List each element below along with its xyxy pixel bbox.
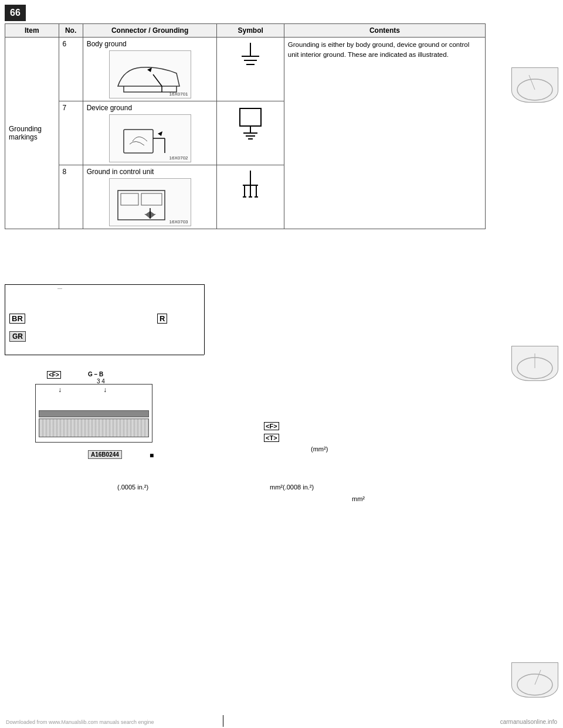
svg-line-0 (153, 74, 162, 86)
svg-marker-10 (158, 131, 162, 136)
thumb-svg-2 (514, 348, 555, 380)
col-header-no: No. (59, 24, 83, 38)
wire-diagram-section: BR R GR — (5, 284, 486, 378)
small-bullet: ■ (150, 451, 154, 460)
device-ground-svg (112, 121, 188, 161)
right-vert-line (204, 284, 205, 355)
diagram-device-ground: 16X0702 (109, 114, 191, 162)
footer-download-text: Downloaded from www.Manualslib.com manua… (6, 719, 154, 725)
contents-cell: Grounding is either by body ground, devi… (284, 38, 485, 229)
box-arrow-2: ↓ (103, 386, 107, 394)
table-row: Grounding markings 6 Body ground (5, 38, 486, 101)
no-cell-8: 8 (59, 165, 83, 229)
left-vert-line (5, 284, 5, 355)
col-header-item: Item (5, 24, 59, 38)
thumb-svg-1 (514, 69, 555, 101)
diagram-code-6: 16X0701 (169, 91, 188, 97)
diagram-body-ground: 16X0701 (109, 50, 191, 98)
gr-label: GR (9, 331, 26, 342)
connector-cell-7: Device ground 16X0702 (83, 101, 217, 165)
wire-f-label: <F> (47, 371, 61, 379)
page-number: 66 (5, 5, 26, 21)
body-ground-symbol (236, 40, 265, 75)
svg-rect-11 (240, 108, 261, 126)
bottom-line-wire (5, 355, 204, 355)
code-label: A16B0244 (88, 450, 122, 459)
wire-section-box: ↓ ↓ (35, 384, 152, 443)
col-header-symbol: Symbol (217, 24, 284, 38)
wire-cross-section-area: <F> G – B 3 4 ↓ ↓ ↓ ↓ (35, 384, 152, 443)
device-ground-symbol (233, 104, 268, 142)
diagram-code-8: 16X0703 (169, 219, 188, 224)
main-table: Item No. Connector / Grounding Symbol Co… (5, 23, 486, 229)
svg-line-30 (529, 75, 535, 90)
thumb-svg-3 (514, 664, 555, 696)
no-cell-6: 6 (59, 38, 83, 101)
footer-watermark: carmanualsonline.info (500, 719, 557, 725)
symbol-cell-6 (217, 38, 284, 101)
svg-marker-20 (144, 211, 156, 219)
formula-line-3: mm² (352, 495, 365, 502)
r-label: R (157, 314, 167, 324)
diagram-code-7: 16X0702 (169, 155, 188, 161)
symbol-cell-7 (217, 101, 284, 165)
box-arrow-1: ↓ (58, 386, 62, 394)
svg-rect-18 (141, 193, 162, 205)
connector-cell-6: Body ground 16X0701 (83, 38, 217, 101)
col-header-contents: Contents (284, 24, 485, 38)
body-ground-svg (112, 57, 188, 97)
symbol-cell-8 (217, 165, 284, 229)
label-f-right: <F> (264, 422, 279, 430)
connector-cell-8: Ground in control unit 16X0703 (83, 165, 217, 229)
right-thumbnail-3 (511, 662, 558, 698)
svg-marker-2 (147, 67, 152, 72)
svg-rect-7 (124, 130, 153, 153)
item-cell: Grounding markings (5, 38, 59, 229)
bottom-vertical-line (223, 715, 223, 727)
top-line (5, 284, 204, 285)
control-ground-svg (112, 185, 188, 224)
svg-rect-17 (121, 193, 138, 205)
wire-conductor (39, 419, 149, 437)
formula-line-1: (.0005 in.²) (117, 484, 148, 491)
svg-line-34 (535, 670, 541, 685)
col-header-connector: Connector / Grounding (83, 24, 217, 38)
formula-line-2: mm²(.0008 in.²) (270, 484, 314, 491)
diagram-control-ground: 16X0703 (109, 178, 191, 226)
no-cell-7: 7 (59, 101, 83, 165)
wire-g8-label: G – B (88, 371, 103, 377)
mm2-label: (mm²) (311, 445, 328, 453)
br-label: BR (9, 314, 25, 324)
wire-insulation (39, 410, 149, 417)
right-thumbnail-2 (511, 346, 558, 381)
wire-top-code: — (57, 285, 62, 291)
right-thumbnail-1 (511, 67, 558, 103)
control-ground-symbol (236, 168, 265, 203)
label-t-right: <T> (264, 434, 279, 442)
